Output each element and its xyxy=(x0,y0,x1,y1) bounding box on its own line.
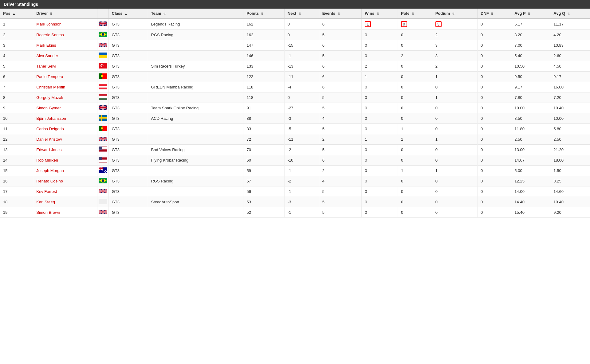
col-dnf[interactable]: DNF ⇅ xyxy=(478,9,511,18)
cell-team: SteegAutoSport xyxy=(148,197,243,207)
cell-pos: 14 xyxy=(0,155,33,166)
col-pole[interactable]: Pole ⇅ xyxy=(398,9,432,18)
cell-driver[interactable]: Edward Jones xyxy=(33,145,97,155)
cell-avgp: 5.00 xyxy=(511,166,550,176)
cell-podium: 0 xyxy=(432,124,477,134)
cell-next: -1 xyxy=(284,166,319,176)
cell-pos: 1 xyxy=(0,18,33,30)
cell-driver[interactable]: Rob Milliken xyxy=(33,155,97,166)
cell-avgp: 8.50 xyxy=(511,113,550,124)
cell-events: 2 xyxy=(319,134,361,145)
driver-name-link[interactable]: Renato Coelho xyxy=(36,179,63,183)
driver-name-link[interactable]: Alex Sander xyxy=(36,53,58,58)
cell-avgp: 14.67 xyxy=(511,155,550,166)
col-pos[interactable]: Pos ▲ xyxy=(0,9,33,18)
cell-events: 5 xyxy=(319,145,361,155)
col-team[interactable]: Team ⇅ xyxy=(148,9,243,18)
driver-name-link[interactable]: Simon Brown xyxy=(36,210,60,215)
cell-driver[interactable]: Björn Johansson xyxy=(33,113,97,124)
cell-driver[interactable]: Simon Brown xyxy=(33,207,97,218)
driver-name-link[interactable]: Mark Johnson xyxy=(36,22,61,26)
driver-name-link[interactable]: Gergely Mazak xyxy=(36,95,63,100)
cell-avgp: 9.17 xyxy=(511,82,550,92)
cell-points: 70 xyxy=(243,145,284,155)
cell-next: -4 xyxy=(284,82,319,92)
cell-avgq: 10.83 xyxy=(550,40,590,51)
cell-class: GT3 xyxy=(108,113,148,124)
cell-flag xyxy=(97,166,108,176)
cell-dnf: 0 xyxy=(478,197,511,207)
cell-class: GT3 xyxy=(108,30,148,40)
cell-driver[interactable]: Gergely Mazak xyxy=(33,92,97,103)
podium-value: 2 xyxy=(435,64,438,68)
cell-driver[interactable]: Mark Johnson xyxy=(33,18,97,30)
cell-driver[interactable]: Paulo Tempera xyxy=(33,72,97,82)
cell-dnf: 0 xyxy=(478,186,511,197)
wins-value: 0 xyxy=(365,210,367,215)
svg-rect-30 xyxy=(99,150,107,150)
driver-name-link[interactable]: Paulo Tempera xyxy=(36,74,63,79)
cell-class: GT3 xyxy=(108,197,148,207)
driver-name-link[interactable]: Rogerio Santos xyxy=(36,33,64,37)
cell-class: GT3 xyxy=(108,18,148,30)
cell-avgp: 13.00 xyxy=(511,145,550,155)
col-wins[interactable]: Wins ⇅ xyxy=(362,9,398,18)
cell-pos: 3 xyxy=(0,40,33,51)
svg-point-25 xyxy=(101,127,103,130)
cell-pos: 6 xyxy=(0,72,33,82)
cell-avgp: 2.50 xyxy=(511,134,550,145)
col-next[interactable]: Next ⇅ xyxy=(284,9,319,18)
sort-wins-icon: ⇅ xyxy=(376,12,379,15)
cell-driver[interactable]: Renato Coelho xyxy=(33,176,97,186)
cell-next: -27 xyxy=(284,103,319,113)
driver-name-link[interactable]: Karl Steeg xyxy=(36,200,55,204)
col-class[interactable]: Class ▲ xyxy=(108,9,148,18)
cell-driver[interactable]: Kev Forrest xyxy=(33,186,97,197)
col-avgp[interactable]: Avg P ⇅ xyxy=(511,9,550,18)
table-row: 8 Gergely Mazak GT3 118 0 5 0 0 1 0 7.80… xyxy=(0,92,590,103)
podium-highlight: 3 xyxy=(435,21,442,27)
col-avgq[interactable]: Avg Q ⇅ xyxy=(550,9,590,18)
cell-next: -3 xyxy=(284,197,319,207)
cell-points: 57 xyxy=(243,176,284,186)
cell-dnf: 0 xyxy=(478,51,511,61)
cell-avgq: 4.20 xyxy=(550,30,590,40)
svg-point-3 xyxy=(102,33,104,36)
cell-wins: 0 xyxy=(362,186,398,197)
col-points[interactable]: Points ⇅ xyxy=(243,9,284,18)
driver-name-link[interactable]: Kev Forrest xyxy=(36,189,57,194)
driver-name-link[interactable]: Daniel Kristow xyxy=(36,137,62,142)
cell-wins: 0 xyxy=(362,124,398,134)
cell-driver[interactable]: Mark Ekins xyxy=(33,40,97,51)
cell-driver[interactable]: Taner Selvi xyxy=(33,61,97,72)
cell-driver[interactable]: Carlos Delgado xyxy=(33,124,97,134)
driver-name-link[interactable]: Simon Gymer xyxy=(36,106,61,110)
cell-driver[interactable]: Karl Steeg xyxy=(33,197,97,207)
driver-name-link[interactable]: Edward Jones xyxy=(36,147,61,152)
table-row: 13 Edward Jones GT3 Bad Voices Racing 70… xyxy=(0,145,590,155)
cell-team xyxy=(148,186,243,197)
cell-driver[interactable]: Christian Mentin xyxy=(33,82,97,92)
driver-name-link[interactable]: Taner Selvi xyxy=(36,64,56,68)
col-podium[interactable]: Podium ⇅ xyxy=(432,9,477,18)
cell-flag xyxy=(97,176,108,186)
cell-driver[interactable]: Alex Sander xyxy=(33,51,97,61)
driver-name-link[interactable]: Björn Johansson xyxy=(36,116,66,121)
driver-name-link[interactable]: Christian Mentin xyxy=(36,85,65,89)
cell-podium: 0 xyxy=(432,145,477,155)
cell-driver[interactable]: Rogerio Santos xyxy=(33,30,97,40)
cell-dnf: 0 xyxy=(478,61,511,72)
driver-name-link[interactable]: Joseph Morgan xyxy=(36,168,64,173)
col-driver[interactable]: Driver ⇅ xyxy=(33,9,97,18)
table-header-row: Pos ▲ Driver ⇅ Class ▲ Team ⇅ Points ⇅ N… xyxy=(0,9,590,18)
cell-driver[interactable]: Daniel Kristow xyxy=(33,134,97,145)
driver-name-link[interactable]: Carlos Delgado xyxy=(36,127,64,131)
driver-name-link[interactable]: Mark Ekins xyxy=(36,43,56,48)
driver-name-link[interactable]: Rob Milliken xyxy=(36,158,58,162)
col-events[interactable]: Events ⇅ xyxy=(319,9,361,18)
cell-driver[interactable]: Joseph Morgan xyxy=(33,166,97,176)
cell-driver[interactable]: Simon Gymer xyxy=(33,103,97,113)
podium-value: 1 xyxy=(435,168,438,173)
podium-value: 0 xyxy=(435,200,438,204)
cell-avgp: 14.40 xyxy=(511,197,550,207)
